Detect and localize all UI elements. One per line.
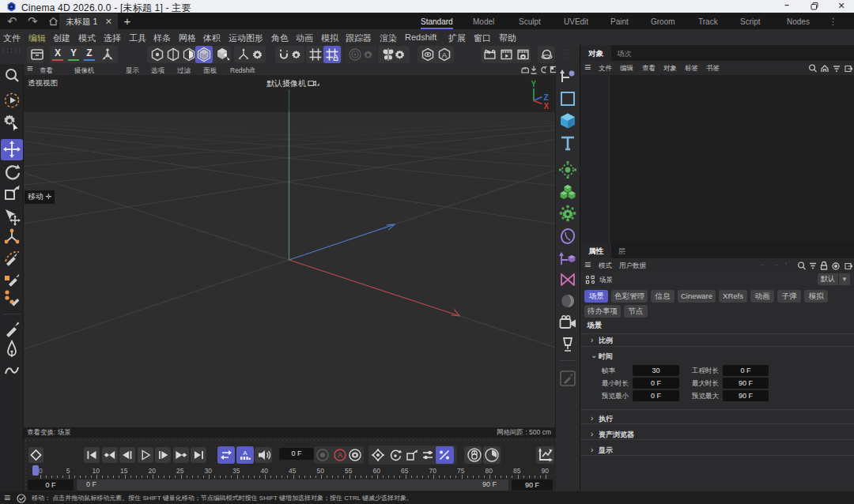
svg-text:X: X (544, 102, 550, 111)
svg-text:A: A (338, 451, 342, 459)
svg-text:A: A (243, 449, 248, 457)
svg-text:Z: Z (544, 93, 549, 102)
svg-text:Y: Y (531, 80, 537, 88)
svg-text:A: A (442, 51, 448, 59)
